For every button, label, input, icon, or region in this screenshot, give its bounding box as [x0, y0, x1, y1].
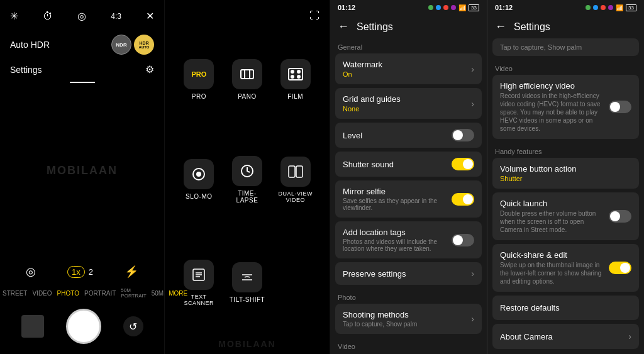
settings-panel-3: 01:12 📶 33 ← Settings General Watermark …	[330, 0, 487, 354]
focus-icon[interactable]: ◎	[77, 10, 86, 22]
bluetooth-icon[interactable]: ✳	[10, 10, 18, 22]
volume-button-value: Shutter	[500, 175, 631, 182]
hev-toggle[interactable]	[609, 101, 631, 113]
back-button-4[interactable]: ←	[495, 20, 506, 33]
hev-desc: Record videos in the high-efficiency vid…	[500, 92, 604, 133]
panel2-watermark: MOBILAAN	[165, 334, 330, 354]
mirror-selfie-setting[interactable]: Mirror selfie Save selfies as they appea…	[335, 180, 482, 218]
section-general: General	[335, 38, 482, 53]
volume-button-title: Volume button action	[500, 164, 631, 174]
about-camera-button[interactable]: About Camera ›	[492, 324, 639, 349]
ndr-badge[interactable]: NDR	[111, 35, 131, 55]
mode-dualview[interactable]: DUAL-VIEW VIDEO	[271, 128, 319, 232]
quick-launch-desc: Double press either volume button when t…	[500, 209, 604, 234]
camera-settings-row: Settings ⚙	[0, 60, 164, 79]
zoom-2x[interactable]: 2	[89, 267, 93, 277]
aspect-ratio-icon[interactable]: 4:3	[111, 12, 121, 21]
grid-guides-setting[interactable]: Grid and guides None ›	[335, 88, 482, 119]
quick-launch-title: Quick launch	[500, 199, 604, 208]
shutter-button[interactable]	[66, 309, 101, 344]
status-time-4: 01:12	[495, 4, 513, 11]
settings-content-3: General Watermark On › Grid and guides N…	[330, 38, 487, 354]
status-icons-4: 📶 33	[586, 4, 636, 11]
flash-icon[interactable]: ⚡	[125, 265, 138, 279]
level-setting[interactable]: Level	[335, 123, 482, 148]
svg-point-7	[297, 75, 300, 78]
about-camera-chevron: ›	[628, 331, 631, 341]
level-toggle[interactable]	[452, 129, 474, 141]
location-tags-setting[interactable]: Add location tags Photos and videos will…	[335, 221, 482, 258]
section-photo: Photo	[335, 289, 482, 304]
signal-dot-red	[443, 5, 448, 10]
tiltshift-icon	[232, 262, 262, 292]
textscanner-icon	[184, 260, 214, 290]
dualview-icon	[280, 157, 311, 187]
last-photo-thumbnail[interactable]	[21, 315, 44, 338]
pro-icon: PRO	[184, 59, 214, 89]
battery-icon-4: 33	[626, 4, 636, 11]
preserve-settings-setting[interactable]: Preserve settings ›	[335, 262, 482, 285]
mode-50m[interactable]: 50M	[149, 289, 166, 298]
mode-pro[interactable]: PRO PRO	[175, 31, 223, 128]
hdr-auto-badge[interactable]: HDR AUTO	[134, 35, 154, 55]
quick-share-title: Quick-share & edit	[500, 250, 604, 260]
settings-icon[interactable]: ⚙	[145, 64, 154, 75]
mirror-selfie-toggle[interactable]	[452, 193, 474, 206]
mode-50m-portrait[interactable]: 50M PORTRAIT	[118, 286, 148, 300]
quick-launch-setting[interactable]: Quick launch Double press either volume …	[492, 192, 639, 240]
timer-icon[interactable]: ⏱	[43, 11, 53, 22]
wifi-icon: 📶	[458, 4, 466, 11]
settings-title-3: Settings	[357, 21, 393, 33]
grid-title: Grid and guides	[343, 94, 471, 104]
settings-label[interactable]: Settings	[10, 65, 42, 75]
grid-chevron: ›	[471, 99, 474, 109]
restore-defaults-label: Restore defaults	[500, 303, 560, 313]
mode-street[interactable]: STREET	[0, 289, 30, 298]
auto-hdr-label: Auto HDR	[10, 40, 50, 50]
settings-header-3: ← Settings	[330, 15, 487, 38]
battery-icon-3: 33	[469, 4, 479, 11]
signal-dot-green-4	[586, 5, 591, 10]
mode-more[interactable]: MORE	[166, 289, 190, 298]
panel2-top: ⛶	[165, 0, 330, 31]
shutter-sound-setting[interactable]: Shutter sound	[335, 152, 482, 177]
watermark-setting[interactable]: Watermark On ›	[335, 53, 482, 84]
quick-share-setting[interactable]: Quick-share & edit Swipe up on the thumb…	[492, 244, 639, 292]
tiltshift-label: TILT-SHIFT	[230, 296, 265, 303]
mirror-selfie-desc: Save selfies as they appear in the viewf…	[343, 197, 452, 211]
signal-dot-blue-4	[593, 5, 598, 10]
high-efficiency-video-setting[interactable]: High efficiency video Record videos in t…	[492, 75, 639, 139]
quick-launch-toggle[interactable]	[609, 210, 631, 223]
zoom-1x[interactable]: 1x	[67, 266, 85, 278]
camera-controls-row: ◎ 1x 2 ⚡	[0, 260, 164, 284]
volume-button-action-setting[interactable]: Volume button action Shutter	[492, 158, 639, 189]
pano-icon	[232, 59, 262, 89]
watermark-chevron: ›	[471, 64, 474, 74]
settings-title-4: Settings	[514, 21, 550, 33]
mode-film[interactable]: FILM	[271, 31, 319, 128]
mode-tiltshift[interactable]: TILT-SHIFT	[223, 231, 272, 334]
shutter-sound-toggle[interactable]	[452, 158, 474, 170]
quick-share-toggle[interactable]	[609, 262, 631, 274]
mode-timelapse[interactable]: TIME-LAPSE	[223, 128, 272, 232]
mode-video[interactable]: VIDEO	[30, 289, 54, 298]
film-label: FILM	[287, 93, 303, 100]
autofocus-icon[interactable]: ◎	[26, 265, 36, 279]
close-icon[interactable]: ✕	[146, 10, 154, 22]
location-title: Add location tags	[343, 228, 452, 237]
location-toggle[interactable]	[452, 234, 474, 246]
mode-photo[interactable]: PHOTO	[55, 289, 82, 298]
signal-dot-purple	[451, 5, 456, 10]
mode-pano[interactable]: PANO	[223, 31, 272, 128]
grid-value: None	[343, 105, 471, 113]
signal-dot-blue	[436, 5, 441, 10]
flip-camera-button[interactable]: ↺	[123, 316, 143, 336]
mode-textscanner[interactable]: TEXT SCANNER	[175, 231, 223, 334]
restore-defaults-button[interactable]: Restore defaults	[492, 296, 639, 320]
back-button-3[interactable]: ←	[338, 20, 349, 33]
watermark: MOBILAAN	[47, 163, 118, 177]
mode-portrait[interactable]: PORTRAIT	[82, 289, 118, 298]
expand-icon[interactable]: ⛶	[309, 10, 319, 21]
shooting-methods-setting[interactable]: Shooting methods Tap to capture, Show pa…	[335, 304, 482, 334]
mode-slomo[interactable]: SLO-MO	[175, 128, 223, 232]
